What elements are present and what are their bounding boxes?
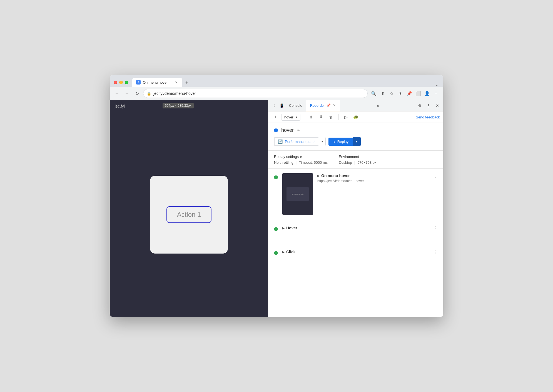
forward-button[interactable]: → bbox=[123, 90, 131, 97]
devtools-more-icon[interactable]: ⋮ bbox=[425, 102, 432, 109]
step-label-hover: Hover bbox=[286, 226, 297, 230]
step-more-click[interactable]: ⋮ bbox=[433, 249, 438, 254]
traffic-light-green[interactable] bbox=[125, 81, 128, 84]
traffic-lights bbox=[114, 81, 128, 84]
replay-main-button[interactable]: ▷ Replay bbox=[328, 138, 353, 146]
split-icon[interactable]: ⬜ bbox=[414, 90, 422, 97]
replay-settings-values: No throttling | Timeout: 5000 ms bbox=[274, 160, 328, 165]
bookmark-icon[interactable]: ☆ bbox=[388, 90, 395, 97]
step-info-click: ▶ Click ⋮ bbox=[282, 249, 438, 254]
step-line-navigate bbox=[276, 179, 276, 218]
extensions-icon[interactable]: ✶ bbox=[397, 90, 404, 97]
performance-panel-label: Performance panel bbox=[285, 140, 315, 144]
tab-close-button[interactable]: ✕ bbox=[174, 80, 178, 85]
tab-on-menu-hover[interactable]: J On menu hover ✕ bbox=[132, 78, 182, 87]
refresh-button[interactable]: ↻ bbox=[133, 90, 141, 97]
step-row-hover: ▶ Hover ⋮ bbox=[274, 225, 438, 242]
card: Action 1 bbox=[150, 176, 228, 254]
step-label-click: Click bbox=[286, 250, 295, 254]
devtools-header-actions: ⚙ ⋮ ✕ bbox=[416, 102, 441, 109]
tab-console[interactable]: Console bbox=[285, 101, 306, 111]
devtools-close-icon[interactable]: ✕ bbox=[434, 102, 441, 109]
lock-icon: 🔒 bbox=[147, 91, 151, 96]
tab-bar: J On menu hover ✕ + ⌄ bbox=[132, 78, 439, 87]
recording-status-dot bbox=[274, 128, 278, 132]
step-name-click[interactable]: ▶ Click bbox=[282, 250, 295, 254]
devtools-panel: ⊹ 📱 Console Recorder 📌 ✕ » ⚙ ⋮ ✕ bbox=[268, 100, 443, 317]
action-button[interactable]: Action 1 bbox=[166, 206, 212, 223]
traffic-light-yellow[interactable] bbox=[119, 81, 123, 84]
devtools-settings-icon[interactable]: ⚙ bbox=[416, 102, 423, 109]
traffic-light-red[interactable] bbox=[114, 81, 117, 84]
browser-content: jec.fyi 504px × 685.33px Action 1 ⊹ 📱 Co… bbox=[110, 100, 443, 317]
step-more-hover[interactable]: ⋮ bbox=[433, 225, 438, 230]
toolbar-separator-1 bbox=[304, 114, 304, 120]
element-selector-icon[interactable]: ⊹ bbox=[271, 102, 278, 109]
env-separator: | bbox=[354, 160, 355, 165]
recorder-pin-icon: 📌 bbox=[327, 103, 331, 107]
step-timeline-click bbox=[274, 249, 278, 255]
step-more-navigate[interactable]: ⋮ bbox=[433, 173, 438, 178]
thumb-text: hover demo site bbox=[291, 193, 304, 195]
step-row-click: ▶ Click ⋮ bbox=[274, 249, 438, 255]
recording-selector-chevron-icon: ▾ bbox=[296, 115, 297, 119]
delete-recording-icon[interactable]: 🗑 bbox=[327, 113, 335, 121]
import-recording-icon[interactable]: ⬇ bbox=[317, 113, 325, 121]
step-screenshot-navigate: hover demo site bbox=[282, 173, 313, 215]
step-name-hover[interactable]: ▶ Hover bbox=[282, 226, 297, 230]
add-recording-button[interactable]: + bbox=[272, 113, 279, 121]
environment-title: Environment bbox=[339, 155, 376, 159]
recording-header: hover ✏ bbox=[274, 127, 438, 133]
new-tab-button[interactable]: + bbox=[183, 79, 191, 87]
recording-selector[interactable]: hover ▾ bbox=[281, 114, 300, 121]
replay-settings-section: Replay settings ▶ No throttling | Timeou… bbox=[268, 151, 443, 169]
profile-icon[interactable]: 👤 bbox=[423, 90, 431, 97]
step-line-hover bbox=[276, 231, 276, 242]
tab-recorder[interactable]: Recorder 📌 ✕ bbox=[306, 100, 340, 111]
step-dot-click bbox=[274, 251, 278, 255]
throttling-value: No throttling bbox=[274, 160, 293, 165]
edit-recording-name-icon[interactable]: ✏ bbox=[297, 128, 300, 133]
step-timeline-hover bbox=[274, 225, 278, 242]
performance-panel-icon: 🔄 bbox=[278, 139, 283, 144]
replay-play-icon: ▷ bbox=[333, 140, 336, 144]
thumb-inner: hover demo site bbox=[287, 187, 309, 201]
replay-settings-title[interactable]: Replay settings ▶ bbox=[274, 155, 328, 159]
step-triangle-hover: ▶ bbox=[282, 227, 285, 230]
search-icon[interactable]: 🔍 bbox=[370, 90, 378, 97]
export-recording-icon[interactable]: ⬆ bbox=[307, 113, 315, 121]
recorder-tab-close[interactable]: ✕ bbox=[332, 103, 336, 108]
back-button[interactable]: ← bbox=[113, 90, 121, 97]
replay-label: Replay bbox=[337, 140, 348, 144]
tab-recorder-label: Recorder bbox=[310, 103, 325, 108]
step-row-navigate: hover demo site ▶ On menu hover ⋮ https:… bbox=[274, 173, 438, 218]
recording-title: hover bbox=[281, 127, 294, 133]
pin-icon[interactable]: 📌 bbox=[405, 90, 413, 97]
webpage-main: Action 1 bbox=[110, 112, 268, 317]
step-url-navigate: https://jec.fyi/demo/menu-hover bbox=[317, 179, 438, 183]
tab-overflow-button[interactable]: ⌄ bbox=[435, 83, 439, 87]
perf-panel-dropdown-icon[interactable]: ▾ bbox=[319, 138, 325, 145]
resolution-value: 576×753 px bbox=[357, 160, 376, 165]
more-tabs-button[interactable]: » bbox=[375, 101, 381, 110]
toolbar-separator-2 bbox=[338, 114, 339, 120]
share-icon[interactable]: ⬆ bbox=[379, 90, 387, 97]
performance-panel-button[interactable]: 🔄 Performance panel bbox=[274, 137, 319, 146]
address-bar[interactable]: 🔒 jec.fyi/demo/menu-hover bbox=[143, 89, 368, 98]
play-recording-icon[interactable]: ▷ bbox=[342, 113, 350, 121]
send-feedback-link[interactable]: Send feedback bbox=[416, 115, 440, 119]
slow-replay-icon[interactable]: 🐢 bbox=[352, 113, 360, 121]
chrome-titlebar: J On menu hover ✕ + ⌄ bbox=[110, 75, 443, 87]
device-toolbar-icon[interactable]: 📱 bbox=[278, 102, 285, 109]
timeout-value: Timeout: 5000 ms bbox=[299, 160, 328, 165]
step-dot-hover bbox=[274, 227, 278, 231]
replay-settings-triangle-icon: ▶ bbox=[300, 155, 303, 158]
menu-icon[interactable]: ⋮ bbox=[432, 90, 440, 97]
environment-group: Environment Desktop | 576×753 px bbox=[339, 155, 376, 165]
step-name-navigate[interactable]: ▶ On menu hover bbox=[317, 173, 350, 178]
replay-dropdown-button[interactable]: ▾ bbox=[353, 137, 361, 146]
recorder-toolbar: + hover ▾ ⬆ ⬇ 🗑 ▷ 🐢 Send feedback bbox=[268, 111, 443, 123]
replay-button-group: ▷ Replay ▾ bbox=[328, 137, 361, 146]
chrome-toolbar: ← → ↻ 🔒 jec.fyi/demo/menu-hover 🔍 ⬆ ☆ ✶ … bbox=[110, 87, 443, 100]
step-triangle-navigate: ▶ bbox=[317, 174, 320, 177]
